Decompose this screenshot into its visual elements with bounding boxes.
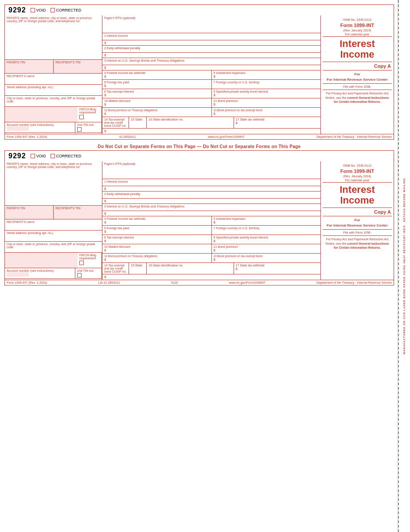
state-dollar-row-2: $ [102,274,320,280]
city-field-1[interactable]: City or town, state or province, country… [5,96,102,107]
account-number-1[interactable]: Account number (see instructions) [5,122,75,133]
dollar-interest-1: $ [102,40,320,46]
tin-not-checkbox-1[interactable] [77,127,82,132]
market-discount-1[interactable]: 10 Market discount $ [102,98,212,108]
void-label-1: VOID [36,8,46,12]
early-withdrawal-2[interactable]: 2 Early withdrawal penalty [102,192,320,199]
recipient-tin-2[interactable]: RECIPIENT'S TIN [54,206,102,219]
bond-premium-1[interactable]: 11 Bond premium $ [212,98,321,108]
foreign-row-2: 6 Foreign tax paid $ 7 Foreign country o… [102,226,320,235]
right-notice-2: For Privacy Act and Paperwork Reduction … [323,235,392,251]
form-footer-1: Form 1099-INT (Rev. 1-2024) 41-0852411 w… [5,134,394,139]
market-discount-2[interactable]: 10 Market discount $ [102,244,212,254]
bond-treasury-2[interactable]: 12 Bond premium on Treasury obligations … [102,254,212,263]
fatca-cell-1[interactable]: FATCA filing requirement [78,107,102,122]
corrected-box-2[interactable] [51,154,55,158]
tin-not-cell-2[interactable]: 2nd TIN not. [75,268,102,278]
col-right-1: OMB No. 1545-0112 Form 1099-INT (Rev. Ja… [320,16,394,134]
fatca-checkbox-2[interactable] [79,261,84,265]
recipient-name-2[interactable]: RECIPIENT'S name [5,219,102,231]
footer2-num: 5120 [171,281,178,284]
dollar-ussavings-1: $ [102,65,320,70]
foreign-country-1[interactable]: 7 Foreign country or U.S. territory [212,80,321,89]
form-footer-2: Form 1099-INT (Rev. 1-2024) LIA 41-08524… [5,280,394,285]
state-tax-withheld-1[interactable]: 17 State tax withheld $ [234,117,321,129]
payer-rtn-1[interactable]: Payer's RTN (optional) [102,16,320,33]
right-irs-1: For For Internal Revenue Service Center [323,70,392,83]
state-num-1[interactable]: 15 State [129,117,147,129]
interest-income-row-2[interactable]: 1 Interest income [102,179,320,186]
footer-dept-1: Department of the Treasury - Internal Re… [316,135,392,138]
tax-exempt-2[interactable]: 8 Tax-exempt interest $ [102,235,212,244]
dollar-early-2: $ [102,199,320,204]
bond-taxexempt-1[interactable]: 13 Bond premium on tax-exempt bond $ [212,108,321,117]
bond-taxexempt-2[interactable]: 13 Bond premium on tax-exempt bond $ [212,254,321,263]
void-box-2[interactable] [31,154,35,158]
account-row-1: Account number (see instructions) 2nd TI… [5,122,102,133]
state-num-2[interactable]: 15 State [129,263,147,274]
investment-exp-2[interactable]: 5 Investment expenses $ [212,216,321,226]
corrected-checkbox-1[interactable]: CORRECTED [51,8,82,12]
tax-exempt-1[interactable]: 8 Tax-exempt interest $ [102,89,212,98]
state-field-1[interactable]: 14 Tax-exempt and tax credit bond CUSIP … [102,117,129,129]
account-number-2[interactable]: Account number (see instructions) [5,268,75,278]
tin-not-checkbox-2[interactable] [77,273,82,278]
form-number-1: 9292 [8,6,26,14]
fatca-checkbox-1[interactable] [79,115,84,119]
bond-treasury-1[interactable]: 12 Bond premium on Treasury obligations … [102,108,212,117]
foreign-tax-2[interactable]: 6 Foreign tax paid $ [102,226,212,235]
payer-rtn-2[interactable]: Payer's RTN (optional) [102,161,320,179]
corrected-label-2: CORRECTED [56,154,82,158]
col-middle-2: Payer's RTN (optional) 1 Interest income… [102,161,320,280]
right-top-2: OMB No. 1545-0112 Form 1099-INT (Rev. Ja… [323,163,392,183]
account-pink-2[interactable] [5,253,78,268]
payer-name-field-2[interactable]: PAYER'S name, street address, city or to… [5,161,102,206]
void-checkbox-1[interactable]: VOID [31,8,46,12]
interest-income-row-1[interactable]: 1 Interest income [102,33,320,40]
specified-private-1[interactable]: 9 Specified private activity bond intere… [212,89,321,98]
city-field-2[interactable]: City or town, state or province, country… [5,242,102,253]
payer-tin-1[interactable]: PAYER'S TIN [5,60,54,73]
account-pink-1[interactable] [5,107,78,122]
early-withdrawal-1[interactable]: 2 Early withdrawal penalty [102,46,320,53]
recipient-name-1[interactable]: RECIPIENT'S name [5,74,102,85]
state-tax-withheld-2[interactable]: 17 State tax withheld $ [234,263,321,274]
street-address-1[interactable]: Street address (including apt. no.) [5,85,102,96]
footer-form-1: Form 1099-INT (Rev. 1-2024) [7,135,47,138]
void-box-1[interactable] [31,8,35,12]
fatca-cell-2[interactable]: FATCA filing requirement [78,253,102,268]
col-left-1: PAYER'S name, street address, city or to… [5,16,102,134]
payer-name-field-1[interactable]: PAYER'S name, street address, city or to… [5,16,102,60]
right-top-1: OMB No. 1545-0112 Form 1099-INT (Rev. Ja… [323,17,392,37]
footer2-code2: LIA 41-0852411 [98,281,120,284]
state-field-2[interactable]: 14 Tax-exempt and tax credit bond CUSIP … [102,263,129,274]
recipient-tin-1[interactable]: RECIPIENT'S TIN [54,60,102,73]
void-checkbox-2[interactable]: VOID [31,154,46,158]
specified-private-2[interactable]: 9 Specified private activity bond intere… [212,235,321,244]
tin-row-2: PAYER'S TIN RECIPIENT'S TIN [5,206,102,219]
federal-tax-2[interactable]: 4 Federal income tax withheld $ [102,216,212,226]
state-id-2[interactable]: 16 State identification no. [147,263,234,274]
payer-tin-2[interactable]: PAYER'S TIN [5,206,54,219]
dollar-ussavings-2: $ [102,211,320,216]
right-copy-2: Copy A [323,207,392,216]
tin-not-cell-1[interactable]: 2nd TIN not. [75,122,102,133]
investment-exp-1[interactable]: 5 Investment expenses $ [212,70,321,80]
market-bond-row-1: 10 Market discount $ 11 Bond premium $ [102,98,320,108]
footer2-dept: Department of the Treasury - Internal Re… [316,281,392,284]
street-address-2[interactable]: Street address (including apt. no.) [5,231,102,242]
us-savings-2[interactable]: 3 Interest on U.S. Savings Bonds and Tre… [102,204,320,211]
right-notice-1: For Privacy Act and Paperwork Reduction … [323,90,392,106]
form-body-2: PAYER'S name, street address, city or to… [5,161,394,280]
us-savings-1[interactable]: 3 Interest on U.S. Savings Bonds and Tre… [102,58,320,65]
right-copy-1: Copy A [323,62,392,70]
state-id-1[interactable]: 16 State identification no. [147,117,234,129]
corrected-box-1[interactable] [51,8,55,12]
bond-premium-2[interactable]: 11 Bond premium $ [212,244,321,254]
corrected-checkbox-2[interactable]: CORRECTED [51,154,82,158]
foreign-tax-1[interactable]: 6 Foreign tax paid $ [102,80,212,89]
form-header-1: 9292 VOID CORRECTED [5,5,394,16]
federal-tax-1[interactable]: 4 Federal income tax withheld $ [102,70,212,80]
foreign-country-2[interactable]: 7 Foreign country or U.S. territory [212,226,321,235]
do-not-cut-separator: Do Not Cut or Separate Forms on This Pag… [4,142,394,150]
